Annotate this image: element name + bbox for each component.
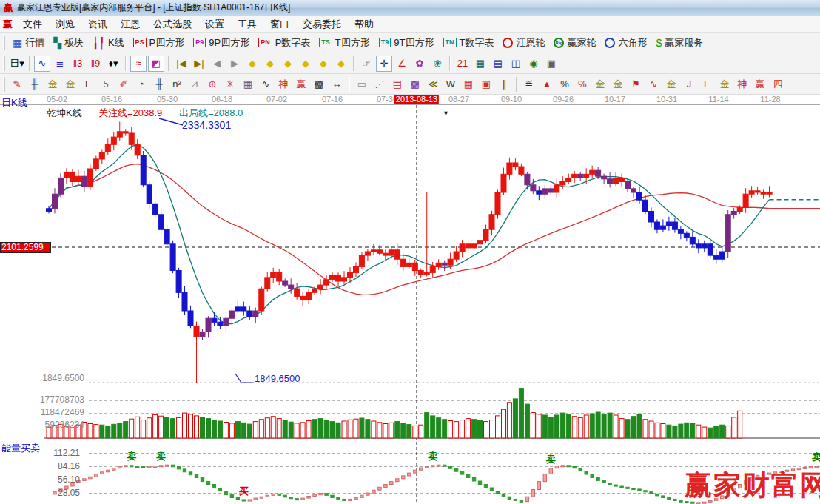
next-button-icon[interactable]: ▶ bbox=[226, 56, 243, 72]
printer-button-icon[interactable]: ▣ bbox=[543, 56, 559, 72]
9t-square-icon: T9 bbox=[379, 38, 391, 47]
grid-pattern-tool-icon[interactable]: ▦ bbox=[460, 76, 477, 93]
grid-box-tool-icon[interactable]: ▤ bbox=[389, 76, 406, 93]
f-scale-tool-icon[interactable]: F bbox=[80, 76, 96, 93]
calculator-button-icon[interactable]: ▦ bbox=[472, 56, 488, 72]
ying-scale-tool-icon[interactable]: 赢 bbox=[293, 76, 309, 93]
toolbar-button-hexagon[interactable]: 六角形 bbox=[600, 35, 651, 51]
box-select-tool-icon[interactable]: ▭ bbox=[354, 76, 370, 93]
net-box-tool-icon[interactable]: ▩ bbox=[407, 76, 423, 93]
menu-item-tools[interactable]: 工具 bbox=[231, 17, 263, 31]
browser-button-icon[interactable]: ◉ bbox=[525, 56, 542, 72]
percent-triangle-tool-icon[interactable]: ▲ bbox=[539, 76, 555, 93]
parallel-lines-tool-icon[interactable]: ∥ bbox=[496, 76, 512, 93]
blocks-icon: ▚ bbox=[53, 38, 61, 48]
toolbar-button-p-square[interactable]: PSP四方形 bbox=[129, 35, 189, 51]
flower-tool-button-icon[interactable]: ✿ bbox=[411, 56, 428, 72]
shen-angle-tool-icon[interactable]: 神 bbox=[734, 76, 750, 93]
main-chart-canvas[interactable]: 卖卖买卖卖卖 bbox=[0, 95, 820, 504]
line-angle-tool-button-icon[interactable]: ∠ bbox=[394, 56, 410, 72]
prev-button-icon[interactable]: ◀ bbox=[209, 56, 225, 72]
gann-left-button-icon[interactable]: ◆ bbox=[244, 56, 261, 72]
wave-tool-icon[interactable]: ∿ bbox=[258, 76, 274, 93]
shen-scale-tool-icon[interactable]: 神 bbox=[275, 76, 292, 93]
toolbar-button-kline[interactable]: ╽╿K线 bbox=[88, 35, 129, 51]
h-span-tool-icon[interactable]: ↔ bbox=[329, 76, 345, 93]
gold-line-tool-icon[interactable]: 金 bbox=[610, 76, 626, 93]
gold-scale-2-icon[interactable]: 金 bbox=[62, 76, 78, 93]
percent-line-tool-icon[interactable]: ℅ bbox=[574, 76, 591, 93]
gold-scale-1-icon[interactable]: 金 bbox=[44, 76, 61, 93]
menu-item-file[interactable]: 文件 bbox=[16, 17, 49, 31]
menu-item-settings[interactable]: 设置 bbox=[198, 17, 231, 31]
toolbar-button-winner-wheel[interactable]: Big赢家轮 bbox=[549, 35, 600, 51]
menu-item-trade-entrust[interactable]: 交易委托 bbox=[296, 17, 348, 31]
toolbar-button-t-number-table[interactable]: TNT数字表 bbox=[439, 35, 499, 51]
angle-ruler-tool-icon[interactable]: ⊿ bbox=[186, 76, 203, 93]
gold-angle-tool-icon[interactable]: 金 bbox=[716, 76, 733, 93]
starburst-tool-icon[interactable]: ✳ bbox=[222, 76, 238, 93]
check-lines-tool-icon[interactable]: W bbox=[443, 76, 459, 93]
tick-scale-tool-icon[interactable]: ╫ bbox=[151, 76, 167, 93]
candle-flag-tool-icon[interactable]: ⚑ bbox=[628, 76, 644, 93]
toolbar-button-t-square[interactable]: TST四方形 bbox=[315, 35, 374, 51]
gann-x-button-icon[interactable]: ◆ bbox=[298, 56, 314, 72]
menu-item-formula-pick[interactable]: 公式选股 bbox=[147, 17, 198, 31]
menu-item-gann[interactable]: 江恩 bbox=[114, 17, 147, 31]
compass-tool-icon[interactable]: ⊕ bbox=[204, 76, 221, 93]
bars-3-button-icon[interactable]: ‖3 bbox=[70, 56, 86, 72]
last-page-button-icon[interactable]: ▶| bbox=[191, 56, 207, 72]
toolbar-button-sectors[interactable]: ▚板块 bbox=[49, 35, 88, 51]
red-wave-tool-icon[interactable]: ∿ bbox=[645, 76, 662, 93]
candle-style-button-icon[interactable]: ♦▾ bbox=[105, 56, 121, 72]
j-angle-tool-icon[interactable]: J bbox=[681, 76, 697, 93]
kline-period-button-icon[interactable]: 日▾ bbox=[9, 56, 25, 72]
grid-target-tool-icon[interactable]: ▦ bbox=[240, 76, 256, 93]
zigzag-chart-button-icon[interactable]: ∿ bbox=[34, 56, 50, 72]
calendar-button-icon[interactable]: 21 bbox=[454, 56, 471, 72]
gann-right-button-icon[interactable]: ◆ bbox=[262, 56, 278, 72]
red-fan-tool-icon[interactable]: ⋰ bbox=[372, 76, 388, 93]
bars-9-button-icon[interactable]: ‖9 bbox=[87, 56, 104, 72]
first-page-button-icon[interactable]: |◀ bbox=[173, 56, 189, 72]
save-button-icon[interactable]: ◫ bbox=[508, 56, 524, 72]
ying-angle-tool-icon[interactable]: 赢 bbox=[752, 76, 768, 93]
p-square-icon: PS bbox=[133, 38, 147, 47]
info-list-button-icon[interactable]: ≣ bbox=[52, 56, 68, 72]
price-grid-tool-icon[interactable]: ▩ bbox=[311, 76, 327, 93]
cycle-tool-icon[interactable]: ◔ bbox=[133, 76, 149, 93]
price-bars-tool-icon[interactable]: ≝ bbox=[521, 76, 537, 93]
menu-item-news[interactable]: 资讯 bbox=[81, 17, 114, 31]
spiral-scale-tool-icon[interactable]: 5 bbox=[98, 76, 114, 93]
percent-tool-icon[interactable]: % bbox=[557, 76, 573, 93]
notes-button-icon[interactable]: ▤ bbox=[490, 56, 506, 72]
toolbar-label-winner-service: 赢家服务 bbox=[665, 36, 703, 50]
marker-pen-tool-icon[interactable]: ✐ bbox=[115, 76, 132, 93]
color-bars-button-icon[interactable]: ◩ bbox=[148, 56, 164, 72]
toolbar-button-winner-service[interactable]: $赢家服务 bbox=[651, 35, 708, 51]
gann-v-button-icon[interactable]: ◆ bbox=[315, 56, 332, 72]
fan-lines-tool-icon[interactable]: ≪ bbox=[425, 76, 441, 93]
menu-item-help[interactable]: 帮助 bbox=[348, 17, 380, 31]
toolbar-button-9t-square[interactable]: T99T四方形 bbox=[374, 35, 439, 51]
menu-item-window[interactable]: 窗口 bbox=[263, 17, 296, 31]
gann-h-button-icon[interactable]: ◆ bbox=[280, 56, 296, 72]
n2-scale-tool-icon[interactable]: n² bbox=[169, 76, 185, 93]
pencil-tool-icon[interactable]: ✎ bbox=[9, 76, 25, 93]
red-wave-button-icon[interactable]: ≈ bbox=[130, 56, 147, 72]
toolbar-button-gann-wheel[interactable]: 江恩轮 bbox=[498, 35, 549, 51]
gold-underline-tool-icon[interactable]: 金 bbox=[663, 76, 679, 93]
toolbar-button-quote[interactable]: ▦行情 bbox=[8, 35, 49, 51]
hand-tool-button-icon[interactable]: ☞ bbox=[358, 56, 374, 72]
f-angle-tool-icon[interactable]: F bbox=[699, 76, 715, 93]
toolbar-button-9p-square[interactable]: P99P四方形 bbox=[189, 35, 254, 51]
scale-tool-icon[interactable]: ╫ bbox=[27, 76, 43, 93]
crosshair-tool-button-icon[interactable]: ✛ bbox=[376, 56, 392, 72]
grid-corner-tool-icon[interactable]: ▣ bbox=[478, 76, 494, 93]
menu-item-browse[interactable]: 浏览 bbox=[49, 17, 81, 31]
pattern-tool-button-icon[interactable]: ❀ bbox=[429, 56, 446, 72]
gann-plus-button-icon[interactable]: ◆ bbox=[333, 56, 349, 72]
si-angle-tool-icon[interactable]: 四 bbox=[770, 76, 786, 93]
gold-circle-tool-icon[interactable]: 金 bbox=[592, 76, 608, 93]
toolbar-button-p-number-table[interactable]: PNP数字表 bbox=[254, 35, 315, 51]
